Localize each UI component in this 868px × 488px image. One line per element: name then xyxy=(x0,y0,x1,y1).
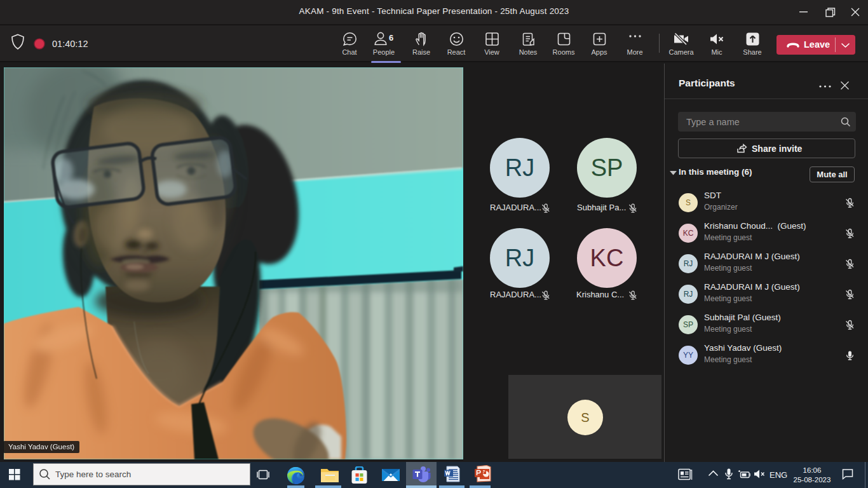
svg-text:6: 6 xyxy=(389,33,393,43)
